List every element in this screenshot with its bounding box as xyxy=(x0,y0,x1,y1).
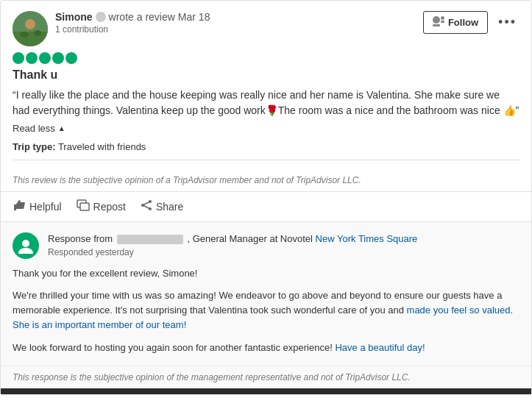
manager-name-row: Response from , General Manager at Novot… xyxy=(48,232,417,246)
star-4 xyxy=(52,52,64,64)
link-color-text-1: made you feel so valued. She is an impor… xyxy=(13,305,513,330)
avatar xyxy=(13,11,48,46)
svg-line-15 xyxy=(143,205,150,209)
reviewer-name: Simone xyxy=(55,11,93,23)
svg-point-4 xyxy=(34,30,41,36)
manager-name-blurred xyxy=(117,235,183,244)
repost-button[interactable]: Repost xyxy=(77,199,126,214)
manager-header: Response from , General Manager at Novot… xyxy=(13,232,519,259)
helpful-icon xyxy=(13,199,26,214)
svg-point-3 xyxy=(20,32,29,38)
svg-point-16 xyxy=(22,240,29,247)
svg-rect-5 xyxy=(433,16,440,24)
chevron-up-icon: ▲ xyxy=(58,124,65,132)
svg-rect-6 xyxy=(441,16,444,20)
more-options-button[interactable]: ••• xyxy=(495,15,519,30)
manager-avatar xyxy=(13,232,39,259)
review-title: Thank u xyxy=(13,68,519,82)
repost-label: Repost xyxy=(93,201,126,213)
share-button[interactable]: Share xyxy=(141,199,183,214)
svg-line-14 xyxy=(143,202,150,205)
review-header: Simone wrote a review Mar 18 1 contribut… xyxy=(1,1,531,52)
svg-point-2 xyxy=(25,19,35,29)
star-rating xyxy=(13,52,519,64)
review-disclaimer: This review is the subjective opinion of… xyxy=(1,169,531,192)
manager-info: Response from , General Manager at Novot… xyxy=(48,232,417,257)
contributions-text: 1 contribution xyxy=(55,24,210,35)
review-body: Thank u “I really like the place and the… xyxy=(1,52,531,169)
response-text: Thank you for the excellent review, Simo… xyxy=(13,266,519,355)
level-badge-icon xyxy=(96,12,106,22)
hotel-link[interactable]: New York Times Square xyxy=(316,233,418,244)
svg-rect-10 xyxy=(80,203,89,210)
bottom-bar xyxy=(1,388,531,394)
response-disclaimer: This response is the subjective opinion … xyxy=(1,366,531,388)
header-actions: Follow ••• xyxy=(423,11,519,34)
share-label: Share xyxy=(156,201,183,213)
response-paragraph-2: We're thrilled your time with us was so … xyxy=(13,288,519,332)
trip-type-label: Trip type: xyxy=(13,141,56,152)
star-1 xyxy=(13,52,24,64)
repost-icon xyxy=(77,199,90,214)
manager-response: Response from , General Manager at Novot… xyxy=(1,222,531,366)
follow-icon xyxy=(433,16,444,29)
reviewer-info: Simone wrote a review Mar 18 1 contribut… xyxy=(13,11,210,46)
responded-date: Responded yesterday xyxy=(48,247,417,257)
action-buttons: Helpful Repost Share xyxy=(1,192,531,222)
read-less-row: Read less ▲ xyxy=(13,123,519,134)
response-paragraph-1: Thank you for the excellent review, Simo… xyxy=(13,266,519,281)
reviewer-name-row: Simone wrote a review Mar 18 xyxy=(55,11,210,23)
share-icon xyxy=(141,199,152,214)
response-from-label: Response from xyxy=(48,233,113,244)
svg-rect-1 xyxy=(13,32,48,46)
trip-type-value: Traveled with friends xyxy=(58,141,146,152)
read-less-link[interactable]: Read less xyxy=(13,123,55,134)
follow-button[interactable]: Follow xyxy=(423,11,488,34)
link-color-text-2: Have a beautiful day! xyxy=(335,342,425,353)
star-3 xyxy=(39,52,51,64)
star-5 xyxy=(65,52,77,64)
review-text: “I really like the place and the house k… xyxy=(13,88,519,118)
helpful-label: Helpful xyxy=(29,201,62,213)
reviewer-meta: Simone wrote a review Mar 18 1 contribut… xyxy=(55,11,210,35)
follow-label: Follow xyxy=(448,17,478,28)
helpful-button[interactable]: Helpful xyxy=(13,199,62,214)
trip-type: Trip type: Traveled with friends xyxy=(13,141,519,160)
review-card: Simone wrote a review Mar 18 1 contribut… xyxy=(0,0,532,395)
svg-rect-7 xyxy=(433,24,440,26)
manager-title: , General Manager at Novotel xyxy=(187,233,313,244)
review-action-text: wrote a review xyxy=(109,11,175,23)
svg-rect-8 xyxy=(441,21,444,23)
response-paragraph-3: We look forward to hosting you again soo… xyxy=(13,341,519,355)
star-2 xyxy=(26,52,38,64)
review-date: Mar 18 xyxy=(178,11,210,23)
